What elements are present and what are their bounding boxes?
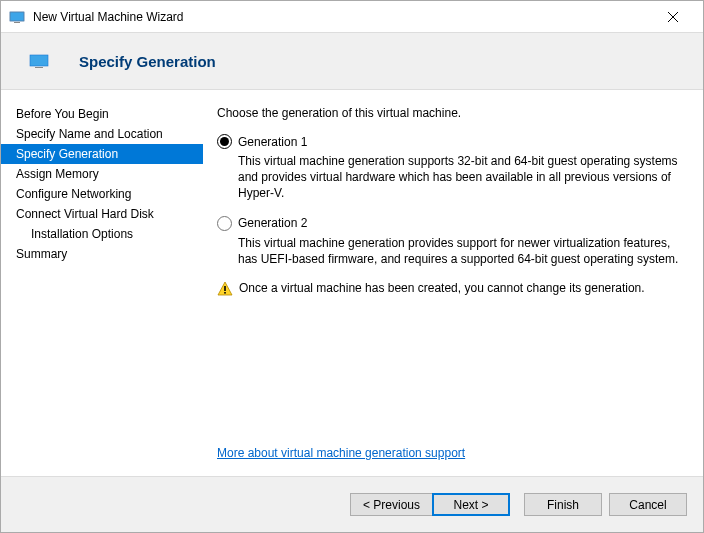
warning-row: Once a virtual machine has been created,…: [217, 281, 685, 297]
radio-label-gen2: Generation 2: [238, 216, 307, 230]
svg-rect-9: [224, 292, 226, 294]
radio-gen1[interactable]: [217, 134, 232, 149]
svg-rect-2: [14, 22, 20, 23]
radio-desc-gen2: This virtual machine generation provides…: [238, 235, 685, 267]
next-button[interactable]: Next >: [432, 493, 510, 516]
sidebar-item-summary[interactable]: Summary: [1, 244, 203, 264]
wizard-body: Before You Begin Specify Name and Locati…: [1, 90, 703, 476]
help-link[interactable]: More about virtual machine generation su…: [217, 446, 465, 460]
cancel-button[interactable]: Cancel: [609, 493, 687, 516]
radio-row-gen2[interactable]: Generation 2: [217, 216, 685, 231]
sidebar: Before You Begin Specify Name and Locati…: [1, 90, 203, 476]
instruction-text: Choose the generation of this virtual ma…: [217, 106, 685, 120]
sidebar-item-connect-vhd[interactable]: Connect Virtual Hard Disk: [1, 204, 203, 224]
header-icon: [29, 53, 49, 69]
radio-label-gen1: Generation 1: [238, 135, 307, 149]
warning-text: Once a virtual machine has been created,…: [239, 281, 645, 295]
svg-rect-0: [10, 12, 24, 21]
finish-button[interactable]: Finish: [524, 493, 602, 516]
window-title: New Virtual Machine Wizard: [33, 10, 650, 24]
content-area: Choose the generation of this virtual ma…: [203, 90, 703, 476]
radio-gen2[interactable]: [217, 216, 232, 231]
warning-icon: [217, 281, 233, 297]
sidebar-item-configure-networking[interactable]: Configure Networking: [1, 184, 203, 204]
sidebar-item-before-you-begin[interactable]: Before You Begin: [1, 104, 203, 124]
wizard-header: Specify Generation: [1, 32, 703, 90]
svg-rect-6: [35, 67, 43, 68]
sidebar-item-specify-generation[interactable]: Specify Generation: [1, 144, 203, 164]
previous-button[interactable]: < Previous: [350, 493, 432, 516]
generation-radio-group: Generation 1 This virtual machine genera…: [217, 134, 685, 267]
close-button[interactable]: [650, 2, 695, 31]
app-icon: [9, 9, 25, 25]
svg-rect-5: [30, 55, 48, 66]
radio-row-gen1[interactable]: Generation 1: [217, 134, 685, 149]
sidebar-item-specify-name[interactable]: Specify Name and Location: [1, 124, 203, 144]
radio-desc-gen1: This virtual machine generation supports…: [238, 153, 685, 202]
help-link-row: More about virtual machine generation su…: [217, 446, 465, 460]
close-icon: [668, 12, 678, 22]
sidebar-item-installation-options[interactable]: Installation Options: [1, 224, 203, 244]
wizard-footer: < Previous Next > Finish Cancel: [1, 476, 703, 532]
wizard-window: New Virtual Machine Wizard Specify Gener…: [0, 0, 704, 533]
sidebar-item-assign-memory[interactable]: Assign Memory: [1, 164, 203, 184]
page-title: Specify Generation: [79, 53, 216, 70]
svg-rect-8: [224, 286, 226, 291]
titlebar: New Virtual Machine Wizard: [1, 1, 703, 32]
nav-button-group: < Previous Next >: [350, 493, 510, 516]
